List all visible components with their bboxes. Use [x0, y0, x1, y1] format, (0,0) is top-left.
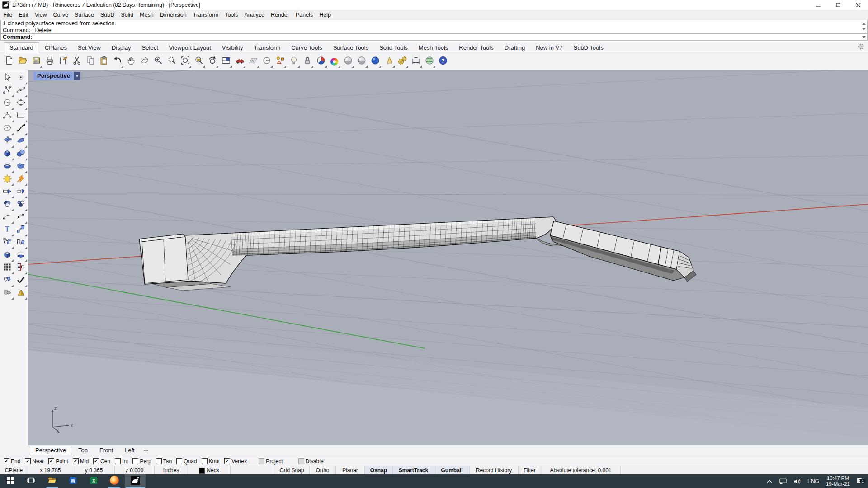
menu-help[interactable]: Help: [316, 11, 334, 19]
add-viewport-tab-icon[interactable]: [143, 448, 149, 453]
tool-blend-curve[interactable]: [14, 123, 27, 135]
tool-explode[interactable]: [1, 174, 13, 185]
tool-section[interactable]: [14, 262, 27, 274]
toolbar-tab-new-in-v7[interactable]: New in V7: [530, 43, 568, 53]
perspective-viewport[interactable]: Perspective ▼ z x y: [28, 70, 868, 445]
osnap-knot-checkbox[interactable]: [202, 458, 208, 464]
taskbar-task-view-button[interactable]: [21, 474, 42, 488]
tool-surface-from-points[interactable]: [1, 136, 13, 147]
web-browser-button[interactable]: [424, 56, 435, 67]
menu-dimension[interactable]: Dimension: [157, 11, 190, 19]
rhino-render-button[interactable]: [315, 56, 326, 67]
menu-mesh[interactable]: Mesh: [137, 11, 157, 19]
viewport-layout-button[interactable]: [220, 56, 231, 67]
maximize-button[interactable]: [828, 0, 848, 10]
toolbar-tab-transform[interactable]: Transform: [248, 43, 286, 53]
taskbar-word-button[interactable]: W: [62, 474, 83, 488]
tool-control-point-curve[interactable]: [1, 85, 13, 97]
pan-view-button[interactable]: [125, 56, 137, 67]
viewport-title[interactable]: Perspective ▼: [33, 72, 80, 80]
cut-button[interactable]: [71, 56, 82, 67]
menu-tools[interactable]: Tools: [222, 11, 241, 19]
osnap-near-checkbox[interactable]: ✓: [25, 458, 31, 464]
toolbar-tab-drafting[interactable]: Drafting: [499, 43, 531, 53]
toolbar-tab-subd-tools[interactable]: SubD Tools: [568, 43, 609, 53]
action-center-icon[interactable]: 1: [854, 474, 868, 488]
tool-solid-box[interactable]: [1, 148, 13, 160]
menu-edit[interactable]: Edit: [15, 11, 32, 19]
osnap-end-checkbox[interactable]: ✓: [4, 458, 9, 464]
taskbar-start-button[interactable]: [0, 474, 21, 488]
tool-extrude-surface[interactable]: [14, 249, 27, 261]
speaker-icon[interactable]: [790, 474, 804, 488]
status-toggle-osnap[interactable]: Osnap: [365, 466, 393, 474]
command-history[interactable]: 1 closed polysurface removed from select…: [0, 20, 868, 33]
toolbar-tab-surface-tools[interactable]: Surface Tools: [328, 43, 374, 53]
viewport-tab-front[interactable]: Front: [94, 446, 119, 455]
toolbar-tab-standard[interactable]: Standard: [4, 42, 39, 53]
tool-solid-spheres[interactable]: [14, 148, 27, 160]
language-indicator[interactable]: ENG: [804, 474, 822, 488]
status-toggle-record-history[interactable]: Record History: [470, 466, 519, 474]
command-prompt-dropdown-icon[interactable]: [862, 36, 866, 38]
viewport-tab-left[interactable]: Left: [119, 446, 141, 455]
menu-subd[interactable]: SubD: [97, 11, 118, 19]
tool-interpolate-curve[interactable]: [14, 85, 27, 97]
save-button[interactable]: [30, 56, 42, 67]
zoom-in-button[interactable]: [152, 56, 164, 67]
taskbar-file-explorer-button[interactable]: [42, 474, 62, 488]
status-toggle-absolute-tolerance-0-001[interactable]: Absolute tolerance: 0.001: [541, 466, 621, 474]
viewport-title-label[interactable]: Perspective: [33, 72, 74, 80]
osnap-point-checkbox[interactable]: ✓: [48, 458, 54, 464]
viewport-title-dropdown-icon[interactable]: ▼: [74, 72, 80, 80]
tool-text-object[interactable]: T: [1, 224, 13, 236]
viewport-tab-top[interactable]: Top: [72, 446, 94, 455]
tool-join[interactable]: [1, 275, 13, 286]
status-toggle-ortho[interactable]: Ortho: [310, 466, 336, 474]
tool-check-geometry[interactable]: [14, 275, 27, 286]
toolbar-tab-solid-tools[interactable]: Solid Tools: [374, 43, 413, 53]
tool-rebuild-curve[interactable]: [14, 211, 27, 223]
tool-rectangle[interactable]: [14, 110, 27, 122]
osnap-perp-checkbox[interactable]: [132, 458, 138, 464]
toolbar-tab-render-tools[interactable]: Render Tools: [453, 43, 499, 53]
command-prompt[interactable]: Command:: [0, 33, 868, 41]
taskbar-clock[interactable]: 10:47 PM19-Mar-21: [822, 475, 854, 487]
taskbar-rhino-button[interactable]: 7: [125, 474, 146, 488]
tool-surface-patch[interactable]: [14, 136, 27, 147]
menu-file[interactable]: File: [0, 11, 15, 19]
status-toggle-filter[interactable]: Filter: [519, 466, 541, 474]
tool-trim[interactable]: [1, 186, 13, 198]
toolbar-tab-visibility[interactable]: Visibility: [217, 43, 249, 53]
red-car-button[interactable]: [234, 56, 245, 67]
notification-cone-button[interactable]: [383, 56, 394, 67]
menu-transform[interactable]: Transform: [190, 11, 222, 19]
tool-orient-solid[interactable]: [14, 287, 27, 299]
menu-analyze[interactable]: Analyze: [241, 11, 267, 19]
status-toggle-gumball[interactable]: Gumball: [434, 466, 470, 474]
menu-surface[interactable]: Surface: [71, 11, 97, 19]
menu-solid[interactable]: Solid: [118, 11, 137, 19]
help-button[interactable]: ?: [437, 56, 448, 67]
tool-rectangular-array[interactable]: [1, 262, 13, 274]
status-toggle-planar[interactable]: Planar: [336, 466, 365, 474]
tool-scale[interactable]: [14, 224, 27, 236]
rendered-viewport-button[interactable]: [356, 56, 367, 67]
tool-arc[interactable]: [1, 110, 13, 122]
paste-button[interactable]: [98, 56, 109, 67]
status-cplane[interactable]: CPlane: [0, 466, 28, 474]
zoom-dynamic-button[interactable]: [166, 56, 177, 67]
close-button[interactable]: [848, 0, 868, 10]
tool-boolean-difference[interactable]: [14, 199, 27, 211]
toolbar-tab-display[interactable]: Display: [106, 43, 137, 53]
edit-properties-button[interactable]: [57, 56, 69, 67]
taskbar-excel-button[interactable]: X: [83, 474, 104, 488]
undo-button[interactable]: [112, 56, 123, 67]
render-sphere-button[interactable]: [369, 56, 381, 67]
menu-panels[interactable]: Panels: [292, 11, 316, 19]
osnap-cen-checkbox[interactable]: ✓: [93, 458, 99, 464]
tool-polygon[interactable]: [1, 123, 13, 135]
tool-boolean-solids[interactable]: [1, 287, 13, 299]
toolbar-tab-curve-tools[interactable]: Curve Tools: [286, 43, 327, 53]
status-toggle-smarttrack[interactable]: SmartTrack: [393, 466, 434, 474]
